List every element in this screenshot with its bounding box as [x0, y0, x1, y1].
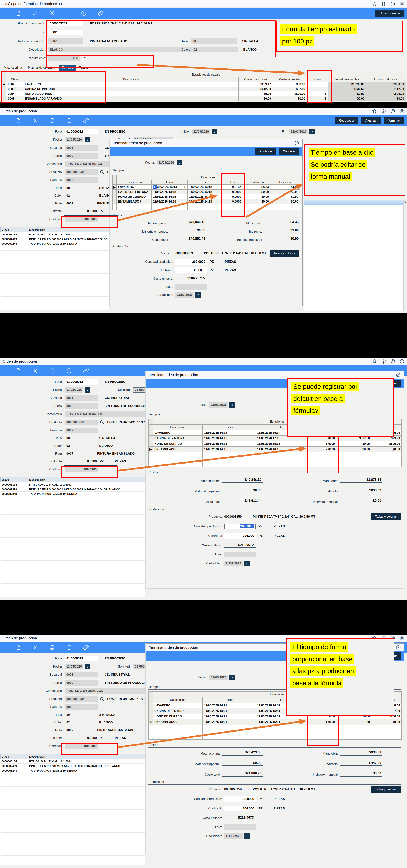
attachment-clip-icon[interactable] [98, 10, 104, 16]
col-descripcion[interactable]: Descripción [153, 425, 203, 430]
fecha-dropdown-button[interactable]: ∨ [85, 387, 90, 393]
fecha-input[interactable]: 11/03/2026 [65, 387, 83, 393]
registrar-button[interactable]: Registrar [255, 148, 276, 155]
table-row[interactable]: ▶0002LAVADERO$259.17$60.005$1,295.85$300… [2, 82, 406, 87]
info-icon[interactable] [66, 118, 72, 123]
close-icon[interactable] [396, 372, 401, 377]
layers-icon[interactable] [381, 109, 386, 114]
lote-input[interactable] [224, 552, 256, 557]
attachment-clip-icon[interactable] [83, 368, 89, 374]
dialog-fecha-input[interactable]: 11/03/2026 [157, 160, 175, 165]
cantidad-input[interactable]: 200.0000 [65, 467, 98, 472]
info-icon[interactable] [81, 10, 87, 16]
new-doc-icon[interactable] [16, 118, 21, 123]
search-icon[interactable] [99, 169, 105, 175]
layers-icon[interactable] [381, 1, 386, 6]
search-icon[interactable] [99, 420, 105, 425]
turno-input[interactable]: 0000 [65, 680, 98, 686]
caducidad-dropdown-button[interactable]: ∨ [244, 833, 250, 839]
retroceder-button[interactable]: Retroceder [335, 117, 358, 124]
attachment-clip-icon[interactable] [83, 118, 89, 123]
attachment-clip-icon[interactable] [83, 645, 89, 650]
col-clave[interactable]: Clave [1, 227, 28, 232]
fecha-dropdown-button[interactable]: ∨ [85, 137, 90, 143]
close-icon[interactable] [294, 141, 299, 146]
col-inicio[interactable]: Inicio [203, 697, 256, 703]
table-row[interactable]: ▶LAVADERO11/03/2026 14:14▼11/03/2026 14:… [113, 185, 300, 190]
dialog-fecha-dropdown-button[interactable]: ∨ [177, 160, 182, 165]
row-selector[interactable]: ▶ [2, 82, 6, 87]
table-row[interactable]: 0000002499PINTURA EN POLVO MCA AKZO OA50… [1, 487, 145, 492]
layers-icon[interactable] [381, 359, 386, 364]
dialog-fecha-dropdown-button[interactable]: ∨ [229, 675, 235, 680]
tab-materia-prima[interactable]: Materia prima [1, 65, 25, 70]
col-hrs[interactable]: Hrs. [224, 180, 243, 185]
col-costo-indirectos[interactable]: Costo indirectos [273, 77, 307, 82]
talla-input[interactable]: 00 [191, 38, 237, 44]
caducidad-input[interactable]: 11/03/2026 [224, 833, 243, 839]
row-selector[interactable] [148, 714, 153, 719]
caducidad-input[interactable]: 11/03/2026 [224, 561, 243, 566]
descripcion-input[interactable]: BLANCO [48, 47, 201, 53]
fecha-input[interactable]: 11/03/2026 [65, 664, 83, 669]
row-selector[interactable] [113, 190, 117, 194]
table-row[interactable]: 0004HONO DE CURADO$0.00$500.001$0.00$500… [2, 92, 406, 96]
print-icon[interactable] [49, 118, 55, 123]
control2-input[interactable]: 200.000 [175, 268, 207, 273]
table-row[interactable]: CABINA DE PINTURA11/03/2026 14:1511/03/2… [113, 190, 300, 194]
fecha-input[interactable]: 11/03/2026 [65, 137, 83, 143]
fin-dropdown-button[interactable]: ∨ [309, 129, 315, 134]
control2-input[interactable]: 200.000 [224, 533, 256, 539]
favorite-star-icon[interactable] [372, 359, 377, 364]
col-fin[interactable]: Fin [187, 180, 224, 185]
col-inicio[interactable]: Inicio [152, 180, 187, 185]
avanzar-button[interactable]: Avanzar [361, 117, 381, 124]
sucursal-input[interactable]: 0001 [65, 145, 98, 151]
tallas-colores-button[interactable]: Tallas y colores [371, 513, 401, 521]
scrollbar[interactable]: ▲ [404, 200, 407, 311]
row-selector[interactable] [113, 199, 117, 204]
row-selector[interactable] [148, 441, 153, 446]
col-descripcion[interactable]: Descripción [28, 227, 110, 232]
table-row[interactable]: 0003CABINA DE PINTURA$212.50$37.503$637.… [2, 87, 406, 92]
terminar-button[interactable]: Terminar [384, 117, 404, 124]
col-descripcion[interactable]: Descripción [153, 697, 203, 703]
id-input[interactable]: 0002 [48, 30, 83, 35]
close-icon[interactable] [400, 636, 404, 641]
table-row[interactable]: ENSAMBLADO /11/03/2026 14:1511/03/2026 1… [113, 199, 300, 204]
table-row[interactable]: HONO DE CURADO11/03/2026 14:1511/03/2026… [148, 441, 402, 446]
fecha-dropdown-button[interactable]: ∨ [85, 664, 90, 669]
producto-input[interactable]: 0000003259 [65, 420, 98, 425]
col-importe-indirectos[interactable]: Importe indirectos [366, 77, 406, 82]
print-icon[interactable] [49, 645, 55, 650]
edit-pencil-icon[interactable] [32, 10, 38, 16]
color-input[interactable]: 02 [192, 47, 238, 53]
sucursal-input[interactable]: 0001 [65, 395, 98, 401]
inicio-dropdown-button[interactable]: ∨ [212, 129, 217, 134]
close-icon[interactable] [396, 645, 401, 650]
table-row[interactable]: 0000003243TAPA PARA POSTE MS 2 1/4 NEGRA [1, 492, 145, 496]
cantidad-input[interactable]: 200.0000 [65, 216, 98, 222]
cancelar-button[interactable]: Cancelar [279, 148, 299, 155]
col-total-indirecto[interactable]: Total indirecto [270, 180, 300, 185]
col-importe-mano-obra[interactable]: Importe mano obra [328, 77, 366, 82]
help-icon[interactable] [390, 359, 395, 364]
fin-input[interactable]: 12/03/2026 [289, 129, 308, 134]
row-selector[interactable] [113, 194, 117, 199]
new-doc-icon[interactable] [16, 10, 21, 16]
delete-x-icon[interactable] [32, 645, 38, 650]
print-icon[interactable] [49, 368, 55, 374]
caducidad-input[interactable]: 11/03/2026 [175, 292, 194, 298]
dialog-fecha-dropdown-button[interactable]: ∨ [229, 402, 235, 408]
row-selector[interactable] [148, 430, 153, 436]
close-icon[interactable] [400, 359, 404, 364]
lote-input[interactable] [175, 284, 207, 289]
col-clave[interactable]: Clave [1, 754, 28, 759]
table-row[interactable]: 0009ENSAMBLADO / ARMADO$0.00$0.002$0.00$… [2, 96, 406, 101]
scroll-up-icon[interactable]: ▲ [404, 200, 407, 204]
folio-input[interactable]: 01-0000013 [65, 656, 98, 661]
turno-input[interactable]: 0000 [65, 403, 98, 409]
cantidad-producida-input[interactable]: 200.0000 [175, 259, 207, 265]
delete-x-icon[interactable] [49, 10, 55, 16]
table-row[interactable]: HONO DE CURADO11/03/2026 14:1511/03/2026… [113, 194, 300, 199]
